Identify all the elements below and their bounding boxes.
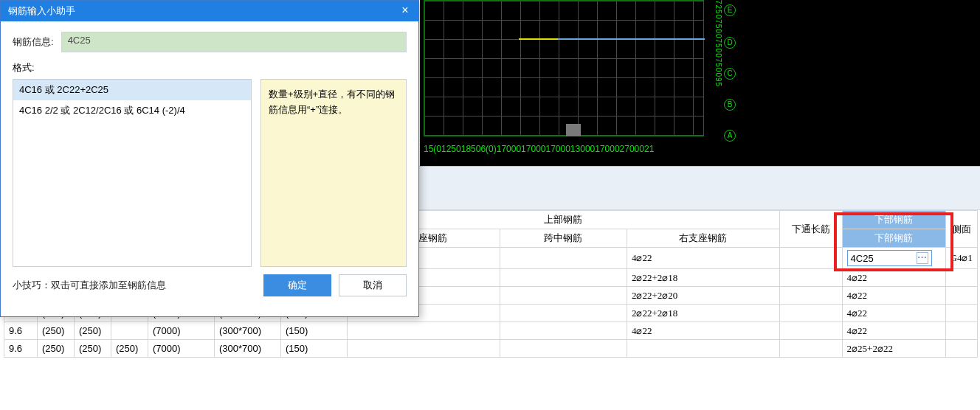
- cancel-button[interactable]: 取消: [339, 274, 407, 296]
- cad-axis-bottom-labels: 15(0125018506(0)170001700017000130001700…: [424, 144, 704, 159]
- cad-line-blue: [558, 38, 705, 40]
- th-lower-through[interactable]: 下通长筋: [779, 211, 842, 248]
- format-list[interactable]: 4C16 或 2C22+2C25 4C16 2/2 或 2C12/2C16 或 …: [13, 79, 252, 267]
- format-list-item[interactable]: 4C16 2/2 或 2C12/2C16 或 6C14 (-2)/4: [13, 100, 251, 121]
- cad-bubble-b: B: [724, 99, 736, 111]
- cad-bubble-d: D: [724, 37, 736, 49]
- ok-button[interactable]: 确定: [263, 274, 331, 296]
- table-row[interactable]: 9.6(250)(250)(250)(7000) (300*700)(150) …: [4, 340, 978, 358]
- cad-block: [566, 124, 581, 136]
- th-upper-mid[interactable]: 跨中钢筋: [500, 229, 627, 248]
- rebar-input-helper-dialog: 钢筋输入小助手 × 钢筋信息: 4C25 格式: 4C16 或 2C22+2C2…: [0, 0, 419, 317]
- cad-right-ticks: 725075007500750095: [714, 0, 722, 87]
- cad-line-yellow: [519, 38, 558, 40]
- table-row[interactable]: 9.6(250)(250)(7000) (300*700)(150) 4⌀224…: [4, 322, 978, 340]
- dialog-title: 钢筋输入小助手: [8, 4, 75, 18]
- cad-bubble-e: E: [724, 4, 736, 16]
- cad-axis-right: 725075007500750095 E D C B A: [706, 0, 736, 144]
- format-label: 格式:: [13, 62, 35, 73]
- format-list-item[interactable]: 4C16 或 2C22+2C25: [13, 80, 251, 100]
- rebar-info-input[interactable]: 4C25: [61, 32, 407, 52]
- tip-label: 小技巧：双击可直接添加至钢筋信息: [13, 279, 166, 292]
- cad-bubble-c: C: [724, 68, 736, 80]
- cad-grid: [424, 0, 704, 136]
- cad-viewport[interactable]: 15(0125018506(0)170001700017000130001700…: [420, 0, 980, 166]
- info-label: 钢筋信息:: [13, 35, 54, 49]
- close-button[interactable]: ×: [392, 1, 418, 21]
- annotation-highlight: [834, 212, 953, 271]
- format-description: 数量+级别+直径，有不同的钢筋信息用“+”连接。: [260, 79, 407, 267]
- cad-bubble-a: A: [724, 130, 736, 142]
- dialog-titlebar[interactable]: 钢筋输入小助手 ×: [1, 1, 418, 21]
- th-upper-right[interactable]: 右支座钢筋: [627, 229, 779, 248]
